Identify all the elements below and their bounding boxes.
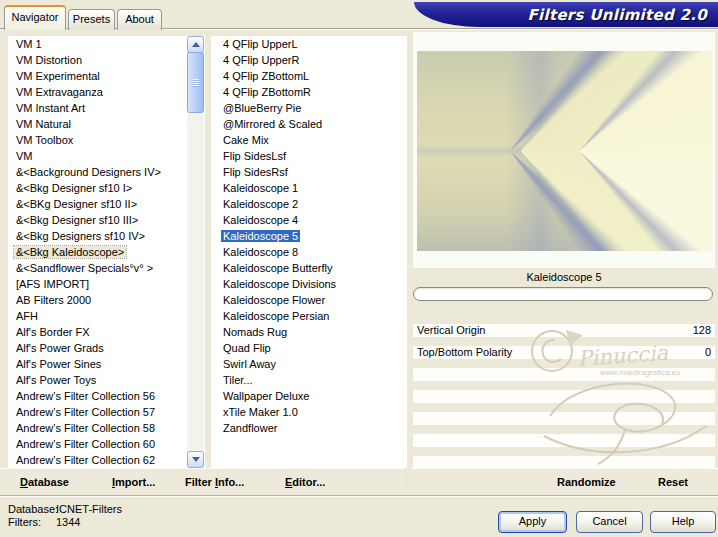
list-item[interactable]: 4 QFlip ZBottomR <box>211 84 407 100</box>
param-row-empty <box>413 390 715 403</box>
list-item[interactable]: VM Instant Art <box>8 100 205 116</box>
category-list-scrollbar[interactable] <box>187 36 204 468</box>
list-item[interactable]: @BlueBerry Pie <box>211 100 407 116</box>
param-label: Vertical Origin <box>417 324 485 337</box>
app-title: Filters Unlimited 2.0 <box>527 6 707 24</box>
category-list: VM 1VM DistortionVM ExperimentalVM Extra… <box>8 36 205 468</box>
tab-about[interactable]: About <box>117 9 162 30</box>
list-item[interactable]: VM Distortion <box>8 52 205 68</box>
list-item[interactable]: Cake Mix <box>211 132 407 148</box>
param-row-empty <box>413 434 715 447</box>
list-item[interactable]: Andrew's Filter Collection 60 <box>8 436 205 452</box>
filter-info-button[interactable]: Filter Info... <box>185 476 244 488</box>
list-item[interactable]: VM Extravaganza <box>8 84 205 100</box>
cancel-button[interactable]: Cancel <box>576 511 643 533</box>
reset-button[interactable]: Reset <box>658 476 688 488</box>
tab-navigator-label: Navigator <box>11 11 58 23</box>
tab-presets[interactable]: Presets <box>68 9 115 30</box>
list-item[interactable]: Alf's Border FX <box>8 324 205 340</box>
list-item[interactable]: Kaleidoscope 5 <box>211 228 407 244</box>
scrollbar-thumb[interactable] <box>187 52 204 113</box>
import-button[interactable]: Import... <box>112 476 155 488</box>
list-item[interactable]: 4 QFlip UpperR <box>211 52 407 68</box>
randomize-button[interactable]: Randomize <box>557 476 616 488</box>
status-filters-value: 1344 <box>56 516 80 528</box>
list-item[interactable]: Nomads Rug <box>211 324 407 340</box>
editor-button[interactable]: Editor... <box>285 476 325 488</box>
toolbar-divider <box>0 495 718 497</box>
list-item[interactable]: Alf's Power Toys <box>8 372 205 388</box>
filter-list: 4 QFlip UpperL4 QFlip UpperR4 QFlip ZBot… <box>211 36 407 468</box>
list-item[interactable]: Flip SidesRsf <box>211 164 407 180</box>
list-item[interactable]: VM Experimental <box>8 68 205 84</box>
param-label: Top/Bottom Polarity <box>417 346 512 359</box>
tab-navigator[interactable]: Navigator <box>4 5 66 30</box>
list-item[interactable]: &<Bkg Designer sf10 III> <box>8 212 205 228</box>
list-item[interactable]: Kaleidoscope 4 <box>211 212 407 228</box>
preview-caption: Kaleidoscope 5 <box>413 271 715 283</box>
list-item[interactable]: [AFS IMPORT] <box>8 276 205 292</box>
list-item[interactable]: xTile Maker 1.0 <box>211 404 407 420</box>
apply-button[interactable]: Apply <box>498 511 567 533</box>
toolbar-left: Database Import... Filter Info... Editor… <box>0 468 404 495</box>
app-title-banner: Filters Unlimited 2.0 <box>414 2 718 27</box>
list-item[interactable]: VM 1 <box>8 36 205 52</box>
list-item[interactable]: Flip SidesLsf <box>211 148 407 164</box>
status-area: Database:ICNET-Filters Filters:1344 <box>8 503 122 529</box>
list-item[interactable]: Alf's Power Grads <box>8 340 205 356</box>
param-value: 128 <box>693 324 711 337</box>
param-value: 0 <box>705 346 711 359</box>
param-row-empty <box>413 412 715 425</box>
list-item[interactable]: Andrew's Filter Collection 56 <box>8 388 205 404</box>
list-item[interactable]: Andrew's Filter Collection 62 <box>8 452 205 468</box>
status-filters-label: Filters: <box>8 516 56 529</box>
scrollbar-down-button[interactable] <box>187 451 204 468</box>
list-item[interactable]: Kaleidoscope Persian <box>211 308 407 324</box>
list-item[interactable]: &<Bkg Designers sf10 IV> <box>8 228 205 244</box>
status-database-line: Database:ICNET-Filters <box>8 503 122 516</box>
filters-unlimited-window: Navigator Presets About Filters Unlimite… <box>0 0 718 537</box>
list-item[interactable]: Kaleidoscope Flower <box>211 292 407 308</box>
list-item[interactable]: AB Filters 2000 <box>8 292 205 308</box>
list-item[interactable]: &<BKg Designer sf10 II> <box>8 196 205 212</box>
list-item[interactable]: &<Bkg Kaleidoscope> <box>8 244 205 260</box>
list-item[interactable]: Kaleidoscope 8 <box>211 244 407 260</box>
list-item[interactable]: 4 QFlip ZBottomL <box>211 68 407 84</box>
param-row-empty <box>413 368 715 381</box>
list-item[interactable]: @Mirrored & Scaled <box>211 116 407 132</box>
status-filters-line: Filters:1344 <box>8 516 122 529</box>
list-item[interactable]: AFH <box>8 308 205 324</box>
list-item[interactable]: Andrew's Filter Collection 58 <box>8 420 205 436</box>
tab-about-label: About <box>125 13 154 25</box>
param-row-empty <box>413 456 715 468</box>
list-item[interactable]: VM <box>8 148 205 164</box>
tab-presets-label: Presets <box>73 13 110 25</box>
list-item[interactable]: Kaleidoscope Butterfly <box>211 260 407 276</box>
list-item[interactable]: &<Bkg Designer sf10 I> <box>8 180 205 196</box>
list-item[interactable]: Alf's Power Sines <box>8 356 205 372</box>
database-button[interactable]: Database <box>20 476 69 488</box>
list-item[interactable]: Zandflower <box>211 420 407 436</box>
list-item[interactable]: Wallpaper Deluxe <box>211 388 407 404</box>
list-item[interactable]: &<Background Designers IV> <box>8 164 205 180</box>
list-item[interactable]: Swirl Away <box>211 356 407 372</box>
list-item[interactable]: &<Sandflower Specials°v° > <box>8 260 205 276</box>
arrow-down-icon <box>192 457 200 462</box>
list-item[interactable]: Quad Flip <box>211 340 407 356</box>
list-item[interactable]: Kaleidoscope 1 <box>211 180 407 196</box>
list-item[interactable]: VM Natural <box>8 116 205 132</box>
list-item[interactable]: Kaleidoscope Divisions <box>211 276 407 292</box>
list-item[interactable]: 4 QFlip UpperL <box>211 36 407 52</box>
preview-frame <box>413 32 715 268</box>
scrollbar-up-button[interactable] <box>187 36 204 53</box>
progress-bar <box>413 287 713 301</box>
list-item[interactable]: Kaleidoscope 2 <box>211 196 407 212</box>
status-database-label: Database: <box>8 503 56 516</box>
toolbar-right: Randomize Reset <box>410 468 718 495</box>
list-item[interactable]: Andrew's Filter Collection 57 <box>8 404 205 420</box>
param-slider-row[interactable]: Vertical Origin 128 <box>413 324 715 337</box>
help-button[interactable]: Help <box>650 511 716 533</box>
list-item[interactable]: VM Toolbox <box>8 132 205 148</box>
list-item[interactable]: Tiler... <box>211 372 407 388</box>
param-slider-row[interactable]: Top/Bottom Polarity 0 <box>413 346 715 359</box>
